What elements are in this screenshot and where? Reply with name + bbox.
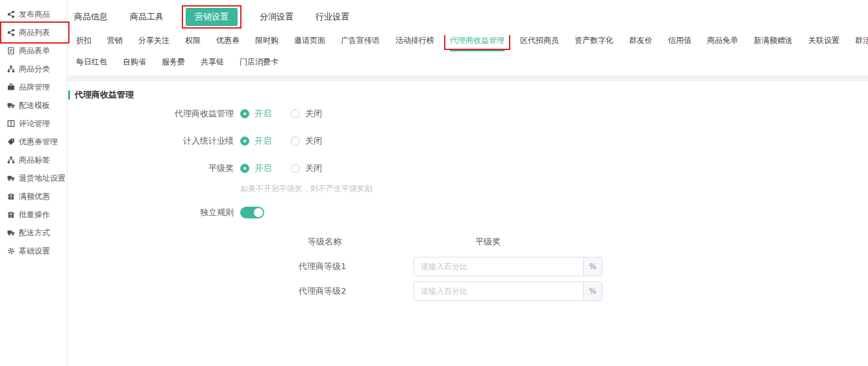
tabs-card: 商品信息 商品工具 营销设置 分润设置 行业设置 折扣 营销 分享关注 权限 优…	[68, 0, 868, 75]
truck-icon	[6, 174, 15, 183]
subtab-relation-settings[interactable]: 关联设置	[808, 35, 839, 50]
radio-on-selected[interactable]	[240, 164, 249, 173]
radio-off[interactable]	[291, 164, 300, 173]
radio-off-label[interactable]: 关闭	[305, 135, 322, 147]
sidebar-item-label: 商品分类	[19, 64, 50, 75]
column-header-level-name: 等级名称	[286, 236, 364, 248]
sidebar-item-full-discount[interactable]: 满额优惠	[0, 187, 67, 205]
sidebar-item-shipping-template[interactable]: 配送模板	[0, 96, 67, 114]
percent-input-group: %	[414, 281, 602, 301]
subtab-self-purchase-save[interactable]: 自购省	[123, 57, 146, 69]
gift-icon	[6, 192, 15, 201]
subtab-marketing[interactable]: 营销	[107, 35, 123, 50]
level-name: 代理商等级1	[286, 261, 364, 272]
sidebar-item-label: 品牌管理	[19, 82, 50, 93]
sidebar-item-product-tags[interactable]: 商品标签	[0, 151, 67, 169]
peer-award-percent-input[interactable]	[414, 257, 583, 276]
subtab-new-full-gift[interactable]: 新满额赠送	[754, 35, 793, 50]
radio-off-label[interactable]: 关闭	[305, 108, 322, 120]
subtab-flash-sale[interactable]: 限时购	[255, 35, 279, 50]
column-header-peer-award: 平级奖	[414, 236, 602, 248]
radio-on-selected[interactable]	[240, 109, 249, 118]
sidebar: 发布商品 商品列表 商品表单 商品分类 品牌管理 配送模板 评论管理 优惠券管	[0, 0, 68, 366]
file-icon	[6, 47, 15, 55]
content-card: 代理商收益管理 代理商收益管理 开启 关闭 计入统计业绩	[68, 81, 868, 366]
radio-on-selected[interactable]	[240, 137, 249, 146]
subtab-invite-page[interactable]: 邀请页面	[294, 35, 325, 50]
subtab-credit-value[interactable]: 信用值	[668, 35, 691, 50]
radio-on-label[interactable]: 开启	[254, 163, 271, 174]
field-label: 独立规则	[68, 207, 234, 218]
peer-award-percent-input[interactable]	[414, 281, 583, 301]
sidebar-item-label: 评论管理	[19, 118, 50, 129]
subtab-share-chain[interactable]: 共享链	[201, 57, 224, 69]
sidebar-item-brand-management[interactable]: 品牌管理	[0, 78, 67, 96]
briefcase-icon	[6, 83, 15, 92]
share-nodes-icon	[6, 29, 15, 37]
radio-off[interactable]	[291, 109, 300, 118]
gift-icon	[6, 211, 15, 219]
radio-off-label[interactable]: 关闭	[305, 163, 322, 174]
subtab-group-qr[interactable]: 群活码	[855, 35, 868, 50]
truck-icon	[6, 229, 15, 237]
tab-industry-settings[interactable]: 行业设置	[316, 11, 349, 23]
sidebar-item-return-address[interactable]: 退货地址设置	[0, 169, 67, 187]
subtab-coupon[interactable]: 优惠券	[216, 35, 240, 50]
title-accent-bar	[68, 90, 70, 99]
sidebar-item-label: 商品标签	[19, 155, 50, 166]
subtab-share-follow[interactable]: 分享关注	[138, 35, 169, 50]
independent-rule-toggle-on[interactable]	[240, 207, 264, 218]
sidebar-item-product-list[interactable]: 商品列表	[0, 23, 67, 42]
radio-on-label[interactable]: 开启	[254, 108, 271, 120]
subtab-activity-ranking[interactable]: 活动排行榜	[395, 35, 434, 50]
subtab-store-consume-card[interactable]: 门店消费卡	[240, 57, 279, 69]
toggle-knob	[254, 208, 263, 217]
field-label: 平级奖	[68, 163, 234, 174]
subtab-district-agent-recruiter[interactable]: 区代招商员	[520, 35, 559, 50]
subtab-daily-red-packet[interactable]: 每日红包	[76, 57, 107, 69]
tab-product-tools[interactable]: 商品工具	[130, 11, 164, 23]
sitemap-icon	[6, 65, 15, 73]
sidebar-item-label: 满额优惠	[19, 191, 50, 202]
percent-suffix: %	[583, 257, 602, 276]
main-area: 商品信息 商品工具 营销设置 分润设置 行业设置 折扣 营销 分享关注 权限 优…	[68, 0, 868, 366]
settings-form: 代理商收益管理 开启 关闭 计入统计业绩 开启 关闭	[68, 107, 868, 301]
level-table: 等级名称 平级奖 代理商等级1 % 代理商等级2	[286, 236, 868, 301]
radio-off[interactable]	[291, 137, 300, 146]
app-window: 发布商品 商品列表 商品表单 商品分类 品牌管理 配送模板 评论管理 优惠券管	[0, 0, 868, 366]
tab-profit-settings[interactable]: 分润设置	[260, 11, 293, 23]
primary-tabs: 商品信息 商品工具 营销设置 分润设置 行业设置	[74, 8, 868, 26]
sidebar-item-coupon-management[interactable]: 优惠券管理	[0, 133, 67, 151]
sidebar-item-label: 优惠券管理	[19, 137, 58, 148]
sidebar-item-basic-settings[interactable]: 基础设置	[0, 242, 67, 260]
table-row: 代理商等级1 %	[286, 257, 868, 276]
sidebar-item-shipping-method[interactable]: 配送方式	[0, 224, 67, 242]
subtab-permissions[interactable]: 权限	[185, 35, 201, 50]
subtab-free-order[interactable]: 商品免单	[707, 35, 738, 50]
percent-input-group: %	[414, 257, 602, 276]
sidebar-item-batch-operations[interactable]: 批量操作	[0, 205, 67, 224]
gear-icon	[6, 247, 15, 255]
form-row-peer-award: 平级奖 开启 关闭	[68, 162, 868, 175]
subtab-service-fee[interactable]: 服务费	[162, 57, 185, 69]
field-label: 计入统计业绩	[68, 135, 234, 147]
subtab-discount[interactable]: 折扣	[76, 35, 92, 50]
radio-on-label[interactable]: 开启	[254, 135, 271, 147]
form-row-count-statistics: 计入统计业绩 开启 关闭	[68, 135, 868, 148]
tab-marketing-settings[interactable]: 营销设置	[186, 8, 238, 26]
subtab-agent-revenue-management[interactable]: 代理商收益管理	[450, 35, 504, 51]
sidebar-item-publish-product[interactable]: 发布商品	[0, 5, 67, 23]
sidebar-item-label: 配送方式	[19, 228, 50, 239]
subtab-asset-digitization[interactable]: 资产数字化	[575, 35, 614, 50]
subtab-ad-slogan[interactable]: 广告宣传语	[341, 35, 380, 50]
sidebar-item-product-form[interactable]: 商品表单	[0, 42, 67, 60]
truck-icon	[6, 101, 15, 110]
sitemap-icon	[6, 156, 15, 164]
tab-product-info[interactable]: 商品信息	[74, 11, 108, 23]
subtab-group-price[interactable]: 群友价	[629, 35, 652, 50]
form-hint-row: 如果不开启平级奖，则不产生平级奖励	[68, 181, 868, 194]
sidebar-item-review-management[interactable]: 评论管理	[0, 114, 67, 133]
sidebar-item-product-category[interactable]: 商品分类	[0, 60, 67, 78]
sidebar-item-label: 商品表单	[19, 46, 50, 57]
sidebar-item-label: 发布商品	[19, 9, 50, 20]
